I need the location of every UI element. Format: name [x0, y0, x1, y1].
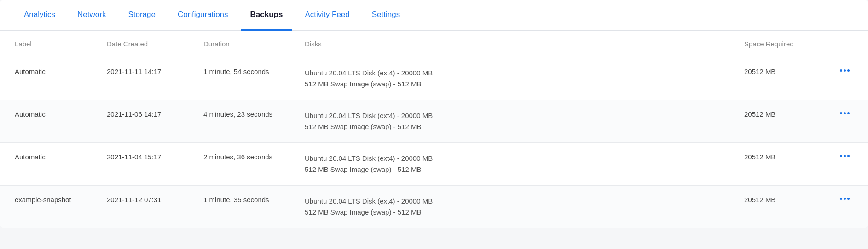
- cell-duration: 4 minutes, 23 seconds: [189, 100, 290, 143]
- cell-label: Automatic: [0, 57, 92, 100]
- row-action-menu-button[interactable]: [836, 153, 853, 159]
- cell-label: Automatic: [0, 100, 92, 143]
- tab-activity-feed[interactable]: Activity Feed: [295, 0, 359, 31]
- cell-disks: Ubuntu 20.04 LTS Disk (ext4) - 20000 MB …: [290, 57, 729, 100]
- dot-3: [847, 155, 850, 157]
- dot-3: [847, 112, 850, 114]
- table-header-row: Label Date Created Duration Disks Space …: [0, 31, 868, 57]
- cell-disks: Ubuntu 20.04 LTS Disk (ext4) - 20000 MB …: [290, 100, 729, 143]
- tab-configurations[interactable]: Configurations: [168, 0, 237, 31]
- disk-line2: 512 MB Swap Image (swap) - 512 MB: [305, 79, 715, 90]
- disk-line1: Ubuntu 20.04 LTS Disk (ext4) - 20000 MB: [305, 196, 715, 207]
- tab-settings[interactable]: Settings: [363, 0, 409, 31]
- table-row: example-snapshot 2021-11-12 07:31 1 minu…: [0, 186, 868, 228]
- tab-navigation: Analytics Network Storage Configurations…: [0, 0, 868, 31]
- dot-2: [844, 155, 846, 157]
- cell-space: 20512 MB: [729, 143, 822, 186]
- cell-duration: 1 minute, 35 seconds: [189, 186, 290, 228]
- disk-line2: 512 MB Swap Image (swap) - 512 MB: [305, 207, 715, 218]
- dot-1: [840, 69, 842, 72]
- cell-date: 2021-11-12 07:31: [92, 186, 189, 228]
- cell-space: 20512 MB: [729, 57, 822, 100]
- dot-1: [840, 198, 842, 200]
- cell-label: Automatic: [0, 143, 92, 186]
- disk-line2: 512 MB Swap Image (swap) - 512 MB: [305, 164, 715, 175]
- col-header-actions: [822, 31, 868, 57]
- cell-action: [822, 186, 868, 228]
- col-header-duration: Duration: [189, 31, 290, 57]
- table-row: Automatic 2021-11-11 14:17 1 minute, 54 …: [0, 57, 868, 100]
- cell-space: 20512 MB: [729, 186, 822, 228]
- tab-storage[interactable]: Storage: [119, 0, 165, 31]
- dot-1: [840, 155, 842, 157]
- cell-duration: 1 minute, 54 seconds: [189, 57, 290, 100]
- col-header-space: Space Required: [729, 31, 822, 57]
- cell-action: [822, 57, 868, 100]
- dot-1: [840, 112, 842, 114]
- cell-disks: Ubuntu 20.04 LTS Disk (ext4) - 20000 MB …: [290, 143, 729, 186]
- dot-2: [844, 198, 846, 200]
- tab-backups[interactable]: Backups: [241, 0, 292, 31]
- table-row: Automatic 2021-11-06 14:17 4 minutes, 23…: [0, 100, 868, 143]
- disk-line1: Ubuntu 20.04 LTS Disk (ext4) - 20000 MB: [305, 153, 715, 164]
- tab-analytics[interactable]: Analytics: [15, 0, 64, 31]
- cell-date: 2021-11-11 14:17: [92, 57, 189, 100]
- cell-duration: 2 minutes, 36 seconds: [189, 143, 290, 186]
- backups-table: Label Date Created Duration Disks Space …: [0, 31, 868, 228]
- col-header-date: Date Created: [92, 31, 189, 57]
- cell-date: 2021-11-04 15:17: [92, 143, 189, 186]
- disk-line2: 512 MB Swap Image (swap) - 512 MB: [305, 121, 715, 132]
- disk-line1: Ubuntu 20.04 LTS Disk (ext4) - 20000 MB: [305, 110, 715, 121]
- col-header-disks: Disks: [290, 31, 729, 57]
- cell-action: [822, 100, 868, 143]
- table-row: Automatic 2021-11-04 15:17 2 minutes, 36…: [0, 143, 868, 186]
- cell-label: example-snapshot: [0, 186, 92, 228]
- dot-3: [847, 69, 850, 72]
- row-action-menu-button[interactable]: [836, 196, 853, 202]
- cell-disks: Ubuntu 20.04 LTS Disk (ext4) - 20000 MB …: [290, 186, 729, 228]
- disk-line1: Ubuntu 20.04 LTS Disk (ext4) - 20000 MB: [305, 68, 715, 79]
- col-header-label: Label: [0, 31, 92, 57]
- backups-table-container: Label Date Created Duration Disks Space …: [0, 31, 868, 228]
- cell-date: 2021-11-06 14:17: [92, 100, 189, 143]
- dot-3: [847, 198, 850, 200]
- dot-2: [844, 112, 846, 114]
- row-action-menu-button[interactable]: [836, 110, 853, 116]
- tab-network[interactable]: Network: [68, 0, 115, 31]
- page-container: Analytics Network Storage Configurations…: [0, 0, 868, 228]
- dot-2: [844, 69, 846, 72]
- row-action-menu-button[interactable]: [836, 68, 853, 74]
- cell-action: [822, 143, 868, 186]
- cell-space: 20512 MB: [729, 100, 822, 143]
